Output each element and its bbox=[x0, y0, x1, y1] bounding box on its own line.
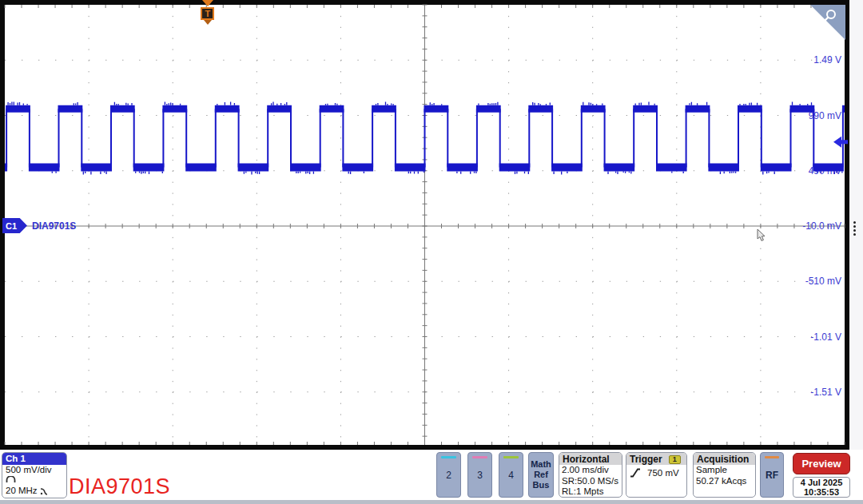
zoom-corner-button[interactable] bbox=[810, 5, 845, 40]
acquisition-panel[interactable]: Acquisition Sample 50.27 kAcqs bbox=[693, 452, 756, 498]
channel1-badge-title: Ch 1 bbox=[2, 453, 66, 465]
magnifier-icon bbox=[821, 8, 839, 26]
time-value: 10:35:53 bbox=[804, 487, 839, 497]
voltage-axis-label: 490 mV bbox=[777, 165, 841, 177]
math-ref-bus-button[interactable]: Math Ref Bus bbox=[528, 452, 554, 498]
acquisition-count: 50.27 kAcqs bbox=[694, 476, 755, 487]
date-value: 4 Jul 2025 bbox=[801, 478, 843, 487]
trigger-flag-icon: T bbox=[201, 7, 214, 20]
status-bar: Ch 1 500 mV/div 20 MHz DIA9701S 234 Math… bbox=[0, 450, 863, 504]
acquisition-mode: Sample bbox=[694, 465, 755, 476]
trigger-position-triangle-icon bbox=[202, 0, 213, 6]
channel-2-button[interactable]: 2 bbox=[436, 452, 461, 498]
channel-4-accent-stripe bbox=[503, 456, 519, 458]
channel-3-label: 3 bbox=[477, 470, 483, 481]
channel-3-accent-stripe bbox=[472, 456, 487, 458]
side-menu-drag-handle[interactable] bbox=[853, 221, 856, 236]
device-under-test-label: DIA9701S bbox=[69, 474, 170, 499]
trigger-panel[interactable]: Trigger 1 750 mV bbox=[626, 452, 687, 498]
voltage-axis-label: -1.01 V bbox=[777, 331, 841, 343]
horizontal-scale: 2.00 ms/div bbox=[559, 465, 622, 476]
trigger-panel-title: Trigger bbox=[630, 454, 662, 465]
coupling-arch-icon bbox=[6, 476, 16, 483]
channel1-trace-label: DIA9701S bbox=[32, 220, 76, 232]
voltage-axis-label: 990 mV bbox=[777, 110, 841, 121]
channel-2-label: 2 bbox=[446, 470, 451, 481]
trigger-position-marker[interactable]: T bbox=[201, 0, 217, 25]
record-length: RL:1 Mpts bbox=[559, 486, 622, 498]
sample-rate: SR:50.0 MS/s bbox=[559, 476, 622, 487]
channel-3-button[interactable]: 3 bbox=[467, 452, 492, 498]
horizontal-panel[interactable]: Horizontal 2.00 ms/div SR:50.0 MS/s RL:1… bbox=[559, 452, 622, 498]
channel1-bandwidth: 20 MHz bbox=[6, 486, 38, 496]
channel1-marker-label: C1 bbox=[6, 221, 17, 231]
rising-edge-slope-icon bbox=[630, 468, 641, 478]
bus-label: Bus bbox=[533, 480, 550, 490]
channel-4-button[interactable]: 4 bbox=[499, 452, 523, 498]
math-label: Math bbox=[531, 459, 551, 470]
channel-2-accent-stripe bbox=[441, 456, 456, 458]
voltage-axis-label: 1.49 V bbox=[777, 54, 841, 65]
voltage-axis-label: -510 mV bbox=[777, 276, 841, 287]
oscilloscope-screenshot: 1.49 V990 mV490 mV-10.0 mV-510 mV-1.01 V… bbox=[0, 0, 863, 504]
waveform-display-area[interactable]: 1.49 V990 mV490 mV-10.0 mV-510 mV-1.01 V… bbox=[0, 0, 849, 450]
rf-label: RF bbox=[766, 470, 778, 481]
datetime-box: 4 Jul 2025 10:35:53 bbox=[793, 477, 850, 498]
rf-accent-stripe bbox=[765, 456, 779, 458]
trigger-source-badge: 1 bbox=[669, 455, 681, 464]
coupling-icon-row bbox=[2, 475, 66, 486]
channel1-scale: 500 mV/div bbox=[2, 465, 66, 475]
channel1-badge[interactable]: Ch 1 500 mV/div 20 MHz bbox=[2, 452, 67, 498]
horizontal-panel-title: Horizontal bbox=[559, 453, 622, 465]
preview-button[interactable]: Preview bbox=[793, 453, 850, 474]
channel-4-label: 4 bbox=[508, 470, 514, 481]
trigger-level-value: 750 mV bbox=[647, 468, 679, 478]
voltage-axis-label: -10.0 mV bbox=[777, 220, 841, 232]
ref-label: Ref bbox=[534, 470, 548, 480]
bandwidth-limit-icon bbox=[40, 487, 48, 495]
voltage-axis-label: -1.51 V bbox=[777, 387, 841, 398]
voltage-axis-labels: 1.49 V990 mV490 mV-10.0 mV-510 mV-1.01 V… bbox=[0, 0, 849, 450]
acquisition-panel-title: Acquisition bbox=[694, 453, 755, 465]
trigger-flag-tail bbox=[204, 20, 212, 25]
rf-button[interactable]: RF bbox=[760, 452, 784, 498]
